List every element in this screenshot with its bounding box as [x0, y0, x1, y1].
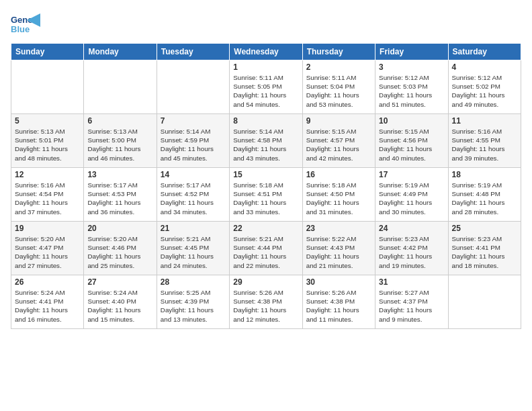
- day-info: Sunrise: 5:15 AM Sunset: 4:57 PM Dayligh…: [306, 127, 371, 163]
- header: General Blue: [11, 11, 521, 36]
- day-info: Sunrise: 5:25 AM Sunset: 4:39 PM Dayligh…: [161, 288, 226, 324]
- calendar-cell: 31Sunrise: 5:27 AM Sunset: 4:37 PM Dayli…: [375, 275, 448, 329]
- day-number: 21: [161, 224, 226, 233]
- calendar-week-5: 26Sunrise: 5:24 AM Sunset: 4:41 PM Dayli…: [11, 275, 521, 329]
- calendar-cell: 25Sunrise: 5:23 AM Sunset: 4:41 PM Dayli…: [448, 222, 521, 275]
- day-number: 28: [161, 277, 226, 287]
- day-number: 10: [379, 116, 444, 126]
- calendar-cell: 17Sunrise: 5:19 AM Sunset: 4:49 PM Dayli…: [375, 168, 448, 222]
- day-info: Sunrise: 5:23 AM Sunset: 4:41 PM Dayligh…: [452, 234, 517, 270]
- day-header-thursday: Thursday: [302, 44, 375, 60]
- calendar: SundayMondayTuesdayWednesdayThursdayFrid…: [11, 43, 521, 329]
- calendar-cell: 1Sunrise: 5:11 AM Sunset: 5:05 PM Daylig…: [230, 60, 302, 114]
- day-number: 22: [233, 224, 298, 233]
- calendar-cell: 8Sunrise: 5:14 AM Sunset: 4:58 PM Daylig…: [230, 114, 302, 168]
- day-info: Sunrise: 5:16 AM Sunset: 4:55 PM Dayligh…: [452, 127, 517, 163]
- day-number: 1: [233, 62, 298, 72]
- day-number: 26: [15, 277, 80, 287]
- calendar-cell: 3Sunrise: 5:12 AM Sunset: 5:03 PM Daylig…: [375, 60, 448, 114]
- calendar-cell: 16Sunrise: 5:18 AM Sunset: 4:50 PM Dayli…: [302, 168, 375, 222]
- day-number: 30: [306, 277, 371, 287]
- day-number: 20: [87, 224, 152, 233]
- day-number: 17: [379, 170, 444, 179]
- day-number: 23: [306, 224, 371, 233]
- calendar-cell: 22Sunrise: 5:21 AM Sunset: 4:44 PM Dayli…: [230, 222, 302, 275]
- day-number: 31: [379, 277, 444, 287]
- day-number: 2: [306, 62, 371, 72]
- calendar-cell: 18Sunrise: 5:19 AM Sunset: 4:48 PM Dayli…: [448, 168, 521, 222]
- day-info: Sunrise: 5:18 AM Sunset: 4:51 PM Dayligh…: [233, 181, 298, 216]
- day-number: 4: [452, 62, 517, 72]
- calendar-cell: 15Sunrise: 5:18 AM Sunset: 4:51 PM Dayli…: [230, 168, 302, 222]
- calendar-cell: 28Sunrise: 5:25 AM Sunset: 4:39 PM Dayli…: [157, 275, 229, 329]
- day-number: 27: [87, 277, 152, 287]
- day-number: 14: [161, 170, 226, 179]
- day-info: Sunrise: 5:24 AM Sunset: 4:41 PM Dayligh…: [15, 288, 80, 324]
- calendar-cell: 9Sunrise: 5:15 AM Sunset: 4:57 PM Daylig…: [302, 114, 375, 168]
- day-info: Sunrise: 5:20 AM Sunset: 4:46 PM Dayligh…: [87, 234, 152, 270]
- calendar-cell: 7Sunrise: 5:14 AM Sunset: 4:59 PM Daylig…: [157, 114, 229, 168]
- calendar-cell: 14Sunrise: 5:17 AM Sunset: 4:52 PM Dayli…: [157, 168, 229, 222]
- day-info: Sunrise: 5:24 AM Sunset: 4:40 PM Dayligh…: [87, 288, 152, 324]
- day-info: Sunrise: 5:26 AM Sunset: 4:38 PM Dayligh…: [306, 288, 371, 324]
- calendar-cell: [157, 60, 229, 114]
- calendar-cell: 21Sunrise: 5:21 AM Sunset: 4:45 PM Dayli…: [157, 222, 229, 275]
- page: General Blue SundayMondayTuesdayWednesda…: [0, 0, 532, 411]
- day-info: Sunrise: 5:11 AM Sunset: 5:05 PM Dayligh…: [233, 73, 298, 109]
- day-info: Sunrise: 5:19 AM Sunset: 4:49 PM Dayligh…: [379, 181, 444, 216]
- day-header-tuesday: Tuesday: [157, 44, 229, 60]
- day-number: 6: [87, 116, 152, 126]
- day-header-monday: Monday: [84, 44, 157, 60]
- calendar-cell: [448, 275, 521, 329]
- calendar-week-1: 1Sunrise: 5:11 AM Sunset: 5:05 PM Daylig…: [11, 60, 521, 114]
- day-header-friday: Friday: [375, 44, 448, 60]
- calendar-cell: 27Sunrise: 5:24 AM Sunset: 4:40 PM Dayli…: [84, 275, 157, 329]
- calendar-cell: 23Sunrise: 5:22 AM Sunset: 4:43 PM Dayli…: [302, 222, 375, 275]
- day-number: 11: [452, 116, 517, 126]
- calendar-cell: 13Sunrise: 5:17 AM Sunset: 4:53 PM Dayli…: [84, 168, 157, 222]
- day-header-sunday: Sunday: [11, 44, 84, 60]
- day-info: Sunrise: 5:20 AM Sunset: 4:47 PM Dayligh…: [15, 234, 80, 270]
- calendar-cell: [84, 60, 157, 114]
- calendar-cell: 11Sunrise: 5:16 AM Sunset: 4:55 PM Dayli…: [448, 114, 521, 168]
- calendar-cell: 4Sunrise: 5:12 AM Sunset: 5:02 PM Daylig…: [448, 60, 521, 114]
- day-info: Sunrise: 5:16 AM Sunset: 4:54 PM Dayligh…: [15, 181, 80, 216]
- day-info: Sunrise: 5:12 AM Sunset: 5:02 PM Dayligh…: [452, 73, 517, 109]
- day-info: Sunrise: 5:13 AM Sunset: 5:00 PM Dayligh…: [87, 127, 152, 163]
- calendar-cell: 10Sunrise: 5:15 AM Sunset: 4:56 PM Dayli…: [375, 114, 448, 168]
- day-info: Sunrise: 5:21 AM Sunset: 4:45 PM Dayligh…: [161, 234, 226, 270]
- day-number: 3: [379, 62, 444, 72]
- calendar-cell: 5Sunrise: 5:13 AM Sunset: 5:01 PM Daylig…: [11, 114, 84, 168]
- day-info: Sunrise: 5:23 AM Sunset: 4:42 PM Dayligh…: [379, 234, 444, 270]
- day-number: 15: [233, 170, 298, 179]
- day-info: Sunrise: 5:21 AM Sunset: 4:44 PM Dayligh…: [233, 234, 298, 270]
- logo: General Blue: [11, 11, 40, 36]
- day-header-wednesday: Wednesday: [230, 44, 302, 60]
- calendar-week-2: 5Sunrise: 5:13 AM Sunset: 5:01 PM Daylig…: [11, 114, 521, 168]
- day-info: Sunrise: 5:26 AM Sunset: 4:38 PM Dayligh…: [233, 288, 298, 324]
- calendar-cell: 29Sunrise: 5:26 AM Sunset: 4:38 PM Dayli…: [230, 275, 302, 329]
- svg-marker-2: [27, 13, 40, 27]
- day-number: 19: [15, 224, 80, 233]
- calendar-cell: 24Sunrise: 5:23 AM Sunset: 4:42 PM Dayli…: [375, 222, 448, 275]
- calendar-cell: 2Sunrise: 5:11 AM Sunset: 5:04 PM Daylig…: [302, 60, 375, 114]
- day-number: 5: [15, 116, 80, 126]
- day-info: Sunrise: 5:12 AM Sunset: 5:03 PM Dayligh…: [379, 73, 444, 109]
- day-number: 8: [233, 116, 298, 126]
- calendar-header-row: SundayMondayTuesdayWednesdayThursdayFrid…: [11, 44, 521, 60]
- calendar-week-4: 19Sunrise: 5:20 AM Sunset: 4:47 PM Dayli…: [11, 222, 521, 275]
- day-number: 24: [379, 224, 444, 233]
- day-number: 13: [87, 170, 152, 179]
- day-number: 25: [452, 224, 517, 233]
- day-number: 9: [306, 116, 371, 126]
- day-info: Sunrise: 5:19 AM Sunset: 4:48 PM Dayligh…: [452, 181, 517, 216]
- day-number: 12: [15, 170, 80, 179]
- day-header-saturday: Saturday: [448, 44, 521, 60]
- calendar-cell: 20Sunrise: 5:20 AM Sunset: 4:46 PM Dayli…: [84, 222, 157, 275]
- day-number: 29: [233, 277, 298, 287]
- day-number: 16: [306, 170, 371, 179]
- logo-arrow-icon: [27, 13, 40, 27]
- day-info: Sunrise: 5:27 AM Sunset: 4:37 PM Dayligh…: [379, 288, 444, 324]
- day-info: Sunrise: 5:18 AM Sunset: 4:50 PM Dayligh…: [306, 181, 371, 216]
- calendar-cell: 6Sunrise: 5:13 AM Sunset: 5:00 PM Daylig…: [84, 114, 157, 168]
